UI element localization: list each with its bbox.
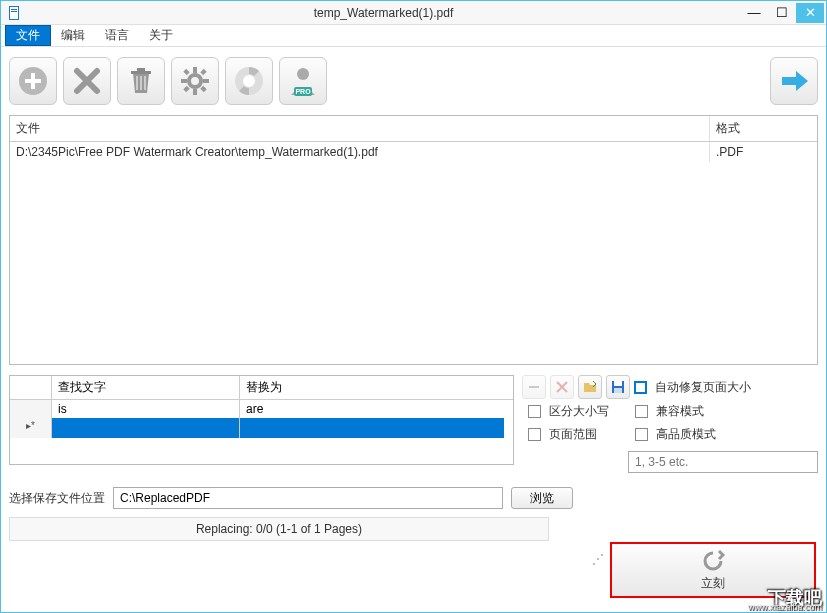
auto-fix-label: 自动修复页面大小 xyxy=(655,379,751,396)
file-format-cell: .PDF xyxy=(710,142,806,162)
menu-edit[interactable]: 编辑 xyxy=(51,25,95,46)
svg-text:PRO: PRO xyxy=(295,88,311,95)
replace-table: 查找文字 替换为 is are ▸* xyxy=(9,375,514,465)
svg-rect-1 xyxy=(10,7,18,19)
svg-rect-15 xyxy=(181,79,187,83)
replace-cell-new[interactable] xyxy=(240,418,504,438)
folder-open-icon xyxy=(583,380,597,394)
remove-button[interactable] xyxy=(63,57,111,105)
x-icon xyxy=(71,65,103,97)
arrow-right-icon xyxy=(778,65,810,97)
mid-section: 查找文字 替换为 is are ▸* xyxy=(9,375,818,473)
menu-about[interactable]: 关于 xyxy=(139,25,183,46)
help-button[interactable] xyxy=(225,57,273,105)
mini-remove-button[interactable] xyxy=(522,375,546,399)
app-window: temp_Watermarked(1).pdf — ☐ ✕ 文件 编辑 语言 关… xyxy=(0,0,827,613)
replace-cell[interactable]: are xyxy=(240,400,504,418)
col-find[interactable]: 查找文字 xyxy=(52,376,240,399)
file-list: 文件 格式 D:\2345Pic\Free PDF Watermark Crea… xyxy=(9,115,818,365)
hq-checkbox[interactable] xyxy=(635,428,648,441)
svg-rect-7 xyxy=(131,71,151,74)
page-range-input[interactable] xyxy=(628,451,818,473)
mini-open-button[interactable] xyxy=(578,375,602,399)
trash-icon xyxy=(125,65,157,97)
pro-button[interactable]: PRO xyxy=(279,57,327,105)
case-label: 区分大小写 xyxy=(549,403,609,420)
x-small-icon xyxy=(555,380,569,394)
compat-label: 兼容模式 xyxy=(656,403,704,420)
settings-button[interactable] xyxy=(171,57,219,105)
options-panel: 自动修复页面大小 区分大小写 页面范围 兼容模式 高品质模式 xyxy=(522,375,818,473)
refresh-icon xyxy=(701,549,725,573)
save-icon xyxy=(611,380,625,394)
svg-rect-26 xyxy=(529,386,539,388)
svg-rect-10 xyxy=(140,76,142,90)
gear-icon xyxy=(179,65,211,97)
svg-rect-6 xyxy=(25,79,41,83)
browse-button[interactable]: 浏览 xyxy=(511,487,573,509)
menubar: 文件 编辑 语言 关于 xyxy=(1,25,826,47)
svg-rect-8 xyxy=(137,68,145,71)
content-area: 文件 格式 D:\2345Pic\Free PDF Watermark Crea… xyxy=(1,115,826,612)
svg-rect-16 xyxy=(203,79,209,83)
svg-point-23 xyxy=(297,68,309,80)
row-handle-new[interactable]: ▸* xyxy=(10,418,52,438)
mini-save-button[interactable] xyxy=(606,375,630,399)
col-format[interactable]: 格式 xyxy=(710,116,806,141)
minus-icon xyxy=(527,380,541,394)
replace-header: 查找文字 替换为 xyxy=(10,376,513,400)
svg-rect-2 xyxy=(11,9,17,10)
close-button[interactable]: ✕ xyxy=(796,3,824,23)
replace-handle-col xyxy=(10,376,52,399)
run-label: 立刻 xyxy=(701,575,725,592)
svg-rect-20 xyxy=(183,86,189,92)
svg-rect-13 xyxy=(193,67,197,73)
plus-circle-icon xyxy=(17,65,49,97)
col-replace[interactable]: 替换为 xyxy=(240,376,504,399)
row-handle[interactable] xyxy=(10,400,52,418)
replace-row-new[interactable]: ▸* xyxy=(10,418,513,438)
svg-rect-9 xyxy=(136,76,138,90)
status-bar: Replacing: 0/0 (1-1 of 1 Pages) xyxy=(9,517,549,541)
svg-point-22 xyxy=(243,75,255,87)
minimize-button[interactable]: — xyxy=(740,3,768,23)
save-label: 选择保存文件位置 xyxy=(9,490,105,507)
svg-rect-29 xyxy=(614,388,622,393)
toolbar: PRO xyxy=(1,47,826,115)
svg-rect-3 xyxy=(11,11,17,12)
auto-fix-checkbox[interactable] xyxy=(634,381,647,394)
case-checkbox[interactable] xyxy=(528,405,541,418)
compat-checkbox[interactable] xyxy=(635,405,648,418)
menu-file[interactable]: 文件 xyxy=(5,25,51,46)
delete-button[interactable] xyxy=(117,57,165,105)
find-cell[interactable]: is xyxy=(52,400,240,418)
save-row: 选择保存文件位置 浏览 xyxy=(9,487,818,509)
save-path-input[interactable] xyxy=(113,487,503,509)
mini-toolbar: 自动修复页面大小 xyxy=(522,375,818,399)
status-text: Replacing: 0/0 (1-1 of 1 Pages) xyxy=(190,516,368,542)
app-icon xyxy=(7,5,23,21)
lifebuoy-icon xyxy=(233,65,265,97)
file-row[interactable]: D:\2345Pic\Free PDF Watermark Creator\te… xyxy=(10,142,817,162)
svg-rect-14 xyxy=(193,89,197,95)
run-button[interactable]: 立刻 xyxy=(610,542,816,598)
replace-row[interactable]: is are xyxy=(10,400,513,418)
svg-rect-19 xyxy=(200,69,206,75)
add-button[interactable] xyxy=(9,57,57,105)
resize-grip[interactable]: ⋰ xyxy=(592,552,604,566)
svg-point-12 xyxy=(189,75,201,87)
titlebar: temp_Watermarked(1).pdf — ☐ ✕ xyxy=(1,1,826,25)
hq-label: 高品质模式 xyxy=(656,426,716,443)
file-list-header: 文件 格式 xyxy=(10,116,817,142)
maximize-button[interactable]: ☐ xyxy=(768,3,796,23)
menu-language[interactable]: 语言 xyxy=(95,25,139,46)
svg-rect-28 xyxy=(614,381,622,386)
pagerange-checkbox[interactable] xyxy=(528,428,541,441)
pagerange-label: 页面范围 xyxy=(549,426,597,443)
col-file[interactable]: 文件 xyxy=(10,116,710,141)
mini-delete-button[interactable] xyxy=(550,375,574,399)
go-button[interactable] xyxy=(770,57,818,105)
file-path-cell: D:\2345Pic\Free PDF Watermark Creator\te… xyxy=(10,142,710,162)
svg-rect-11 xyxy=(144,76,146,90)
find-cell-new[interactable] xyxy=(52,418,240,438)
